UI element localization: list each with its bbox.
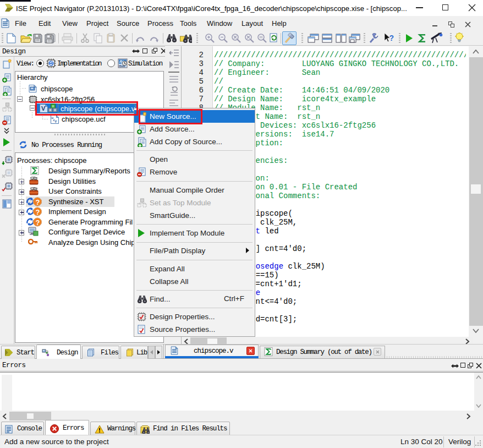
svg-text:?: ? <box>389 34 394 42</box>
svg-text:ISim: ISim <box>119 64 125 68</box>
svg-text:F: F <box>55 120 57 123</box>
